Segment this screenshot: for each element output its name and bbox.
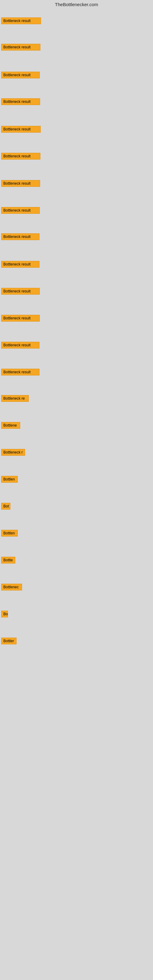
bottleneck-badge[interactable]: Bottleneck result — [1, 315, 40, 321]
bottleneck-item-17[interactable]: Bottlen — [1, 476, 18, 484]
bottleneck-item-7[interactable]: Bottleneck result — [1, 207, 40, 215]
bottleneck-badge[interactable]: Bottlen — [1, 476, 18, 483]
bottleneck-badge[interactable]: Bottleneck result — [1, 261, 40, 268]
bottleneck-badge[interactable]: Bottlene — [1, 422, 20, 429]
bottleneck-badge[interactable]: Bottleneck re — [1, 395, 29, 402]
bottleneck-badge[interactable]: Bottleneck result — [1, 369, 40, 375]
bottleneck-item-13[interactable]: Bottleneck result — [1, 369, 40, 377]
bottleneck-badge[interactable]: Bottleneck result — [1, 342, 40, 348]
bottleneck-item-20[interactable]: Bottle — [1, 557, 15, 565]
bottleneck-item-6[interactable]: Bottleneck result — [1, 180, 40, 188]
bottleneck-item-3[interactable]: Bottleneck result — [1, 98, 40, 106]
page-container: TheBottlenecker.com Bottleneck resultBot… — [0, 0, 153, 980]
bottleneck-badge[interactable]: Bottleneck result — [1, 126, 41, 133]
bottleneck-item-16[interactable]: Bottleneck r — [1, 449, 25, 457]
bottleneck-item-5[interactable]: Bottleneck result — [1, 153, 40, 161]
bottleneck-item-1[interactable]: Bottleneck result — [1, 44, 40, 52]
bottleneck-item-15[interactable]: Bottlene — [1, 422, 20, 430]
bottleneck-badge[interactable]: Bottleneck result — [1, 233, 40, 240]
bottleneck-badge[interactable]: Bottleneck result — [1, 288, 40, 294]
bottleneck-item-18[interactable]: Bot — [1, 503, 10, 511]
bottleneck-badge[interactable]: Bottlenec — [1, 584, 22, 590]
bottleneck-badge[interactable]: Bottleneck result — [1, 72, 40, 78]
bottleneck-badge[interactable]: Bottleneck result — [1, 180, 40, 187]
bottleneck-badge[interactable]: Bottleneck result — [1, 44, 40, 51]
bottleneck-item-19[interactable]: Bottlen — [1, 530, 18, 538]
bottleneck-item-12[interactable]: Bottleneck result — [1, 342, 40, 350]
bottleneck-badge[interactable]: Bottleneck result — [1, 153, 40, 159]
bottleneck-badge[interactable]: Bottleneck result — [1, 18, 41, 24]
bottleneck-badge[interactable]: Bottleneck r — [1, 449, 25, 456]
bottleneck-badge[interactable]: Bottleneck result — [1, 207, 40, 214]
bottleneck-item-4[interactable]: Bottleneck result — [1, 126, 41, 134]
site-title: TheBottlenecker.com — [0, 0, 153, 8]
bottleneck-item-8[interactable]: Bottleneck result — [1, 233, 40, 241]
bottleneck-item-9[interactable]: Bottleneck result — [1, 261, 40, 269]
bottleneck-item-0[interactable]: Bottleneck result — [1, 18, 41, 25]
bottleneck-badge[interactable]: Bot — [1, 503, 10, 510]
bottleneck-badge[interactable]: Bottlen — [1, 530, 18, 536]
bottleneck-item-2[interactable]: Bottleneck result — [1, 72, 40, 80]
bottleneck-item-10[interactable]: Bottleneck result — [1, 288, 40, 296]
bottleneck-item-21[interactable]: Bottlenec — [1, 584, 22, 592]
bottleneck-item-11[interactable]: Bottleneck result — [1, 315, 40, 323]
bottleneck-item-14[interactable]: Bottleneck re — [1, 395, 29, 403]
bottleneck-badge[interactable]: Bottler — [1, 638, 16, 644]
bottleneck-item-23[interactable]: Bottler — [1, 638, 16, 646]
bottleneck-badge[interactable]: Bo — [1, 611, 8, 617]
bottleneck-badge[interactable]: Bottle — [1, 557, 15, 563]
bottleneck-badge[interactable]: Bottleneck result — [1, 98, 40, 105]
bottleneck-item-22[interactable]: Bo — [1, 611, 8, 619]
